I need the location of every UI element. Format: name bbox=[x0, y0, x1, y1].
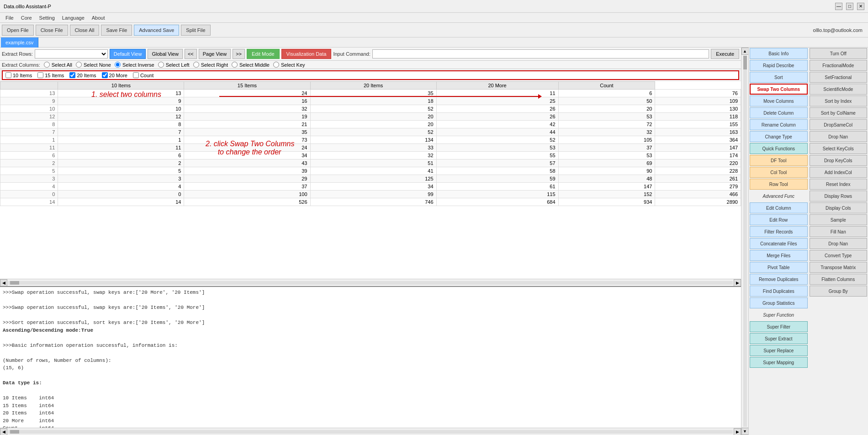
drop-nan-button[interactable]: Drop Nan bbox=[810, 131, 868, 142]
checkbox-15-items[interactable]: 15 Items bbox=[37, 72, 64, 78]
data-grid-container[interactable]: 10 Items 15 Items 20 Items 20 More Count… bbox=[0, 81, 741, 279]
scientific-mode-button[interactable]: ScientificMode bbox=[810, 84, 868, 95]
select-none-radio[interactable]: Select None bbox=[76, 62, 111, 68]
col-tool-button[interactable]: Col Tool bbox=[750, 167, 808, 178]
select-right-radio[interactable]: Select Right bbox=[193, 62, 228, 68]
minimize-button[interactable]: — bbox=[835, 3, 842, 10]
sort-by-colname-button[interactable]: Sort by ColName bbox=[810, 107, 868, 118]
checkbox-10-items[interactable]: 10 Items bbox=[5, 72, 32, 78]
select-inverse-radio[interactable]: Select Inverse bbox=[115, 62, 154, 68]
scroll-left-button[interactable]: ◀ bbox=[0, 279, 7, 286]
delete-column-button[interactable]: Delete Column bbox=[750, 107, 808, 118]
advanced-save-button[interactable]: Advanced Save bbox=[134, 25, 179, 36]
basic-info-button[interactable]: Basic Info bbox=[750, 48, 808, 59]
vscroll-down[interactable]: ▼ bbox=[741, 428, 749, 435]
menu-item-language[interactable]: Language bbox=[58, 14, 88, 21]
horizontal-scrollbar[interactable]: ◀ ▶ bbox=[0, 279, 741, 286]
filter-records-button[interactable]: Filter Records bbox=[750, 226, 808, 237]
remove-duplicates-button[interactable]: Remove Duplicates bbox=[750, 274, 808, 285]
col-header-10items[interactable]: 10 Items bbox=[58, 82, 184, 90]
menu-item-file[interactable]: File bbox=[2, 14, 17, 21]
select-left-radio[interactable]: Select Left bbox=[158, 62, 190, 68]
fill-nan-button[interactable]: Fill Nan bbox=[810, 226, 868, 237]
prev-prev-button[interactable]: << bbox=[185, 49, 197, 59]
merge-files-button[interactable]: Merge Files bbox=[750, 250, 808, 261]
select-key-radio[interactable]: Select Key bbox=[273, 62, 305, 68]
close-file-button[interactable]: Close File bbox=[36, 25, 68, 36]
col-header-20items[interactable]: 20 Items bbox=[310, 82, 436, 90]
bottom-scroll-left[interactable]: ◀ bbox=[0, 428, 7, 435]
menu-item-setting[interactable]: Setting bbox=[36, 14, 58, 21]
scroll-right-button[interactable]: ▶ bbox=[734, 279, 741, 286]
maximize-button[interactable]: □ bbox=[846, 3, 853, 10]
super-filter-button[interactable]: Super Filter bbox=[750, 321, 808, 332]
select-key-cols-button[interactable]: Select KeyCols bbox=[810, 143, 868, 154]
rename-column-button[interactable]: Rename Column bbox=[750, 119, 808, 130]
col-header-20more[interactable]: 20 More bbox=[436, 82, 558, 90]
col-header-count[interactable]: Count bbox=[558, 82, 655, 90]
tab-example-csv[interactable]: example.csv bbox=[1, 37, 38, 48]
close-all-button[interactable]: Close All bbox=[70, 25, 100, 36]
execute-button[interactable]: Execute bbox=[711, 49, 739, 59]
turn-off-button[interactable]: Turn Off bbox=[810, 48, 868, 59]
select-all-radio[interactable]: Select All bbox=[44, 62, 72, 68]
menu-item-core[interactable]: Core bbox=[17, 14, 36, 21]
visualization-data-button[interactable]: Visualization Data bbox=[281, 49, 332, 59]
pivot-table-button[interactable]: Pivot Table bbox=[750, 262, 808, 273]
display-cols-button[interactable]: Display Cols bbox=[810, 202, 868, 213]
edit-mode-button[interactable]: Edit Mode bbox=[247, 49, 280, 59]
edit-row-button[interactable]: Edit Row bbox=[750, 214, 808, 225]
add-index-col-button[interactable]: Add IndexCol bbox=[810, 167, 868, 178]
drop-key-cols-button[interactable]: Drop KeyCols bbox=[810, 155, 868, 166]
change-type-button[interactable]: Change Type bbox=[750, 131, 808, 142]
bottom-thumb[interactable] bbox=[10, 430, 19, 434]
row-tool-button[interactable]: Row Tool bbox=[750, 179, 808, 190]
vscroll-up[interactable]: ▲ bbox=[741, 48, 749, 55]
flatten-columns-button[interactable]: Flatten Columns bbox=[810, 274, 868, 285]
super-mapping-button[interactable]: Super Mapping bbox=[750, 357, 808, 368]
find-duplicates-button[interactable]: Find Duplicates bbox=[750, 286, 808, 297]
display-rows-button[interactable]: Display Rows bbox=[810, 191, 868, 202]
concatenate-files-button[interactable]: Concatenate Files bbox=[750, 238, 808, 249]
fractional-mode-button[interactable]: FractionalMode bbox=[810, 60, 868, 71]
page-view-button[interactable]: Page View bbox=[199, 49, 231, 59]
group-by-button[interactable]: Group By bbox=[810, 286, 868, 297]
input-command-field[interactable] bbox=[372, 49, 709, 58]
select-middle-radio[interactable]: Select Middle bbox=[232, 62, 270, 68]
bottom-scrollbar[interactable]: ◀ ▶ bbox=[0, 428, 741, 435]
transpose-matrix-button[interactable]: Transpose Matrix bbox=[810, 262, 868, 273]
group-statistics-button[interactable]: Group Statistics bbox=[750, 297, 808, 308]
sample-button[interactable]: Sample bbox=[810, 214, 868, 225]
convert-type-button[interactable]: Convert Type bbox=[810, 250, 868, 261]
vertical-scrollbar[interactable]: ▲ ▼ bbox=[741, 48, 748, 435]
default-view-button[interactable]: Default View bbox=[110, 49, 146, 59]
rapid-describe-button[interactable]: Rapid Describe bbox=[750, 60, 808, 71]
close-button[interactable]: ✕ bbox=[857, 3, 864, 10]
checkbox-count[interactable]: Count bbox=[133, 72, 153, 78]
global-view-button[interactable]: Global View bbox=[148, 49, 183, 59]
drop-same-col-button[interactable]: DropSameCol bbox=[810, 119, 868, 130]
quick-functions-button[interactable]: Quick Functions bbox=[750, 143, 808, 154]
drop-nan-2-button[interactable]: Drop Nan bbox=[810, 238, 868, 249]
col-header-15items[interactable]: 15 Items bbox=[184, 82, 310, 90]
bottom-scroll-right[interactable]: ▶ bbox=[734, 428, 741, 435]
save-file-button[interactable]: Save File bbox=[101, 25, 132, 36]
super-replace-button[interactable]: Super Replace bbox=[750, 345, 808, 356]
console-panel[interactable]: >>>Swap operation successful, swap keys … bbox=[0, 286, 741, 428]
move-columns-button[interactable]: Move Columns bbox=[750, 95, 808, 106]
df-tool-button[interactable]: DF Tool bbox=[750, 155, 808, 166]
reset-index-button[interactable]: Reset Index bbox=[810, 179, 868, 190]
swap-two-columns-button[interactable]: Swap Two Columns bbox=[750, 84, 808, 95]
next-next-button[interactable]: >> bbox=[233, 49, 245, 59]
scroll-thumb[interactable] bbox=[10, 281, 19, 285]
checkbox-20-more[interactable]: 20 More bbox=[102, 72, 127, 78]
edit-column-button[interactable]: Edit Column bbox=[750, 202, 808, 213]
sort-by-index-button[interactable]: Sort by Index bbox=[810, 95, 868, 106]
menu-item-about[interactable]: About bbox=[88, 14, 109, 21]
extract-rows-select[interactable] bbox=[35, 49, 108, 58]
split-file-button[interactable]: Split File bbox=[181, 25, 210, 36]
vscroll-thumb[interactable] bbox=[743, 56, 747, 69]
set-fractional-button[interactable]: SetFractional bbox=[810, 72, 868, 83]
open-file-button[interactable]: Open File bbox=[2, 25, 34, 36]
super-extract-button[interactable]: Super Extract bbox=[750, 333, 808, 344]
